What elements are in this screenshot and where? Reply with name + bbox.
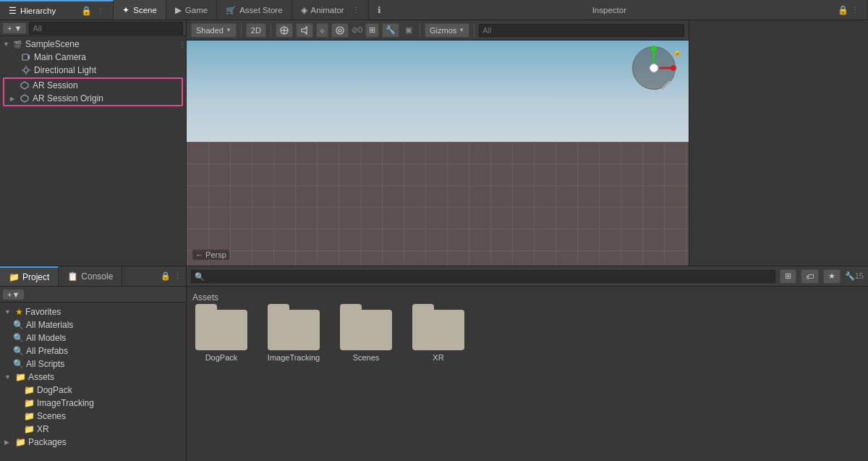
asset-imagetracking[interactable]: ImageTracking [265,310,323,362]
effects-tool-button[interactable]: ⟐ [316,23,328,38]
project-tabs: 📁 Project 📋 Console 🔒 ⋮ [0,266,186,287]
hierarchy-menu-icon[interactable]: ⋮ [97,7,104,14]
tab-project[interactable]: 📁 Project [0,266,59,286]
sample-scene-arrow: ▼ [3,41,12,48]
layers-tool-button[interactable] [331,23,349,38]
layers-count: ⊘0 [352,25,362,35]
svg-marker-8 [21,95,28,102]
inspector-menu-icon[interactable]: ⋮ [851,6,859,14]
gizmo-y-tip [651,46,657,51]
gizmos-dropdown[interactable]: Gizmos ▼ [425,23,469,38]
hierarchy-item-ar-session[interactable]: AR Session [4,79,182,92]
top-tab-bar: ☰ Hierarchy 🔒 ⋮ ✦ Scene ▶ Game 🛒 Asset S… [0,0,868,20]
asset-store-tab-icon: 🛒 [226,5,236,15]
svg-marker-7 [21,82,28,89]
project-scenes[interactable]: 📁 Scenes [0,410,186,423]
dogpack-folder-shape [195,310,247,350]
project-menu-icon[interactable]: ⋮ [174,271,182,281]
search-icon-materials: 🔍 [13,320,24,330]
scene-gizmo[interactable]: 🔒 Y [632,46,683,97]
animator-menu-icon[interactable]: ⋮ [352,6,359,14]
search-icon-models: 🔍 [13,333,24,343]
assets-toolbar: ⊞ 🏷 ★ 🔧15 [187,266,868,287]
hierarchy-item-sample-scene[interactable]: ▼ 🎬 SampleScene ⋮ [0,38,186,51]
project-imagetracking[interactable]: 📁 ImageTracking [0,397,186,410]
asset-xr[interactable]: XR [409,310,467,362]
hierarchy-toolbar: + ▼ [0,20,186,36]
hierarchy-tab-icon: ☰ [9,6,17,16]
assets-folder-icon: 📁 [15,372,26,382]
inspector-tab-icon: ℹ [378,5,381,15]
gizmo-center [650,64,658,72]
inspector-lock-icon[interactable]: 🔒 [838,5,848,15]
gizmos-label: Gizmos [430,26,456,35]
ar-session-origin-label: AR Session Origin [33,93,103,103]
ar-session-group: AR Session ▶ AR Session Origin [3,77,183,106]
assets-search-input[interactable] [191,270,775,283]
project-all-scripts[interactable]: 🔍 All Scripts [0,358,186,371]
project-lock-icon[interactable]: 🔒 [161,271,171,281]
2d-mode-button[interactable]: 2D [246,23,266,38]
project-favorites-header[interactable]: ▼ ★ Favorites [0,305,186,318]
gizmo-x-tip [671,65,676,71]
asset-store-tab-label: Asset Store [239,6,282,14]
toolbar-sep-3 [420,24,420,37]
project-all-prefabs[interactable]: 🔍 All Prefabs [0,344,186,358]
snap-button[interactable]: 🔧 [382,23,399,38]
assets-tag-button[interactable]: 🏷 [801,269,819,284]
project-all-materials[interactable]: 🔍 All Materials [0,318,186,331]
tab-scene[interactable]: ✦ Scene [114,0,166,20]
scene-area: Shaded ▼ 2D ⟐ ⊘0 ⊞ 🔧 ▣ Gizmos [187,20,689,266]
packages-arrow: ▶ [4,439,13,446]
project-dogpack[interactable]: 📁 DogPack [0,384,186,397]
tab-inspector[interactable]: ℹ Inspector 🔒 ⋮ [369,0,868,20]
scenes-asset-label: Scenes [353,353,380,362]
tab-game[interactable]: ▶ Game [166,0,217,20]
audio-tool-button[interactable] [296,23,313,38]
shading-dropdown[interactable]: Shaded ▼ [191,23,237,38]
scenes-icon: 📁 [24,411,35,421]
tab-console[interactable]: 📋 Console [59,266,122,286]
move-tool-button[interactable] [276,23,293,38]
favorites-label: Favorites [25,307,61,317]
asset-scenes[interactable]: Scenes [337,310,395,362]
assets-star-button[interactable]: ★ [823,269,841,284]
hierarchy-item-main-camera[interactable]: Main Camera [0,51,186,64]
project-add-button[interactable]: +▼ [3,289,24,300]
game-tab-icon: ▶ [175,5,182,15]
svg-point-14 [339,29,341,32]
project-packages-header[interactable]: ▶ 📁 Packages [0,436,186,449]
project-tab-icon: 📁 [9,272,20,282]
hierarchy-search-input[interactable] [29,22,183,35]
assets-view-toggle[interactable]: ⊞ [780,269,796,284]
ar-session-label: AR Session [33,80,78,90]
project-all-models[interactable]: 🔍 All Models [0,331,186,344]
sample-scene-menu[interactable]: ⋮ [179,41,186,48]
tab-asset-store[interactable]: 🛒 Asset Store [217,0,292,20]
hierarchy-item-directional-light[interactable]: Directional Light [0,64,186,77]
audio-tool-icon [299,25,310,35]
svg-marker-12 [302,27,307,34]
shading-label: Shaded [196,26,224,35]
packages-icon: 📁 [15,437,26,447]
hierarchy-add-button[interactable]: + ▼ [3,23,26,33]
inspector-panel [689,20,868,266]
bottom-section: 📁 Project 📋 Console 🔒 ⋮ +▼ ▼ ★ Favorites [0,266,868,461]
tab-hierarchy[interactable]: ☰ Hierarchy 🔒 ⋮ [0,0,114,20]
project-xr[interactable]: 📁 XR [0,423,186,436]
tab-animator[interactable]: ◈ Animator ⋮ [292,0,369,20]
hierarchy-item-ar-session-origin[interactable]: ▶ AR Session Origin [4,92,182,105]
hierarchy-tab-label: Hierarchy [20,7,56,15]
animator-tab-icon: ◈ [301,5,307,15]
asset-dogpack[interactable]: DogPack [192,310,250,362]
project-assets-header[interactable]: ▼ 📁 Assets [0,371,186,384]
shading-chevron-icon: ▼ [226,27,231,33]
gizmo-z-axis [661,80,671,90]
grid-button[interactable]: ⊞ [365,23,379,38]
scene-search-input[interactable] [479,24,684,37]
scene-view-canvas[interactable]: 🔒 Y ← Persp [187,41,689,266]
toolbar-sep-2 [271,24,271,37]
imagetracking-asset-label: ImageTracking [268,353,320,362]
gizmo-circle [632,46,676,90]
console-tab-icon: 📋 [67,271,78,282]
